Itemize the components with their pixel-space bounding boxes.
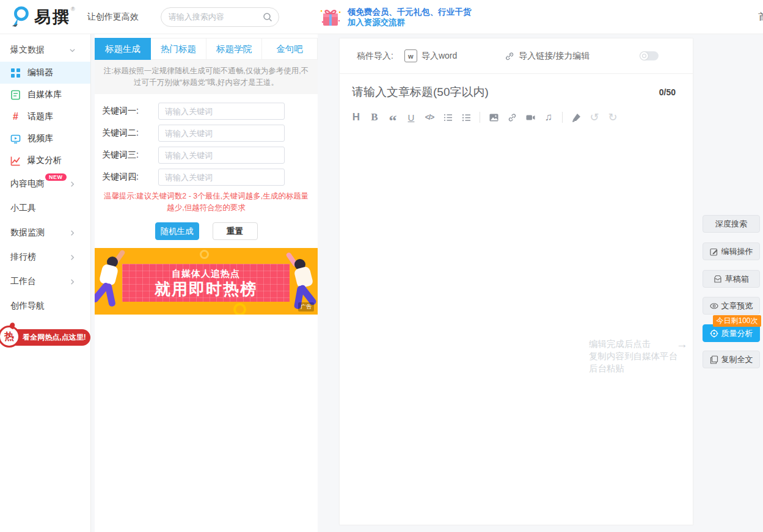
import-row: 稿件导入: w 导入word 导入链接/接力编辑: [340, 38, 693, 74]
undo-icon[interactable]: ↺: [585, 109, 604, 125]
editor-toggle-switch[interactable]: [640, 51, 659, 60]
keyword-input-4[interactable]: [158, 169, 285, 186]
logo-link[interactable]: 易撰 ®: [9, 5, 75, 29]
target-icon: [710, 329, 718, 338]
underline-icon[interactable]: U: [402, 109, 420, 125]
sidebar-item-video-library[interactable]: 视频库: [0, 128, 90, 150]
page: 易撰 ® 让创作更高效 领免费会员、千元礼包、行业干货 加入资: [0, 0, 763, 532]
quality-analysis-button[interactable]: 质量分析: [703, 324, 760, 342]
sidebar-item-editor[interactable]: 编辑器: [0, 62, 90, 84]
editor-content-area[interactable]: 编辑完成后点击 复制内容到自媒体平台 后台粘贴 →: [340, 134, 693, 525]
document-icon: [10, 90, 21, 100]
word-icon: w: [404, 49, 417, 62]
link-icon: [505, 51, 514, 61]
keyword-form: 关键词一: 关键词二: 关键词三: 关键词四:: [95, 94, 318, 186]
grid-icon: [10, 68, 21, 78]
promo-line2: 加入资源交流群: [348, 17, 472, 27]
sidebar-item-label: 话题库: [27, 111, 53, 122]
search-icon[interactable]: [263, 12, 272, 22]
keyword-row-2: 关键词二:: [102, 125, 318, 142]
header-search-box: [161, 7, 279, 27]
gift-icon: [319, 6, 341, 28]
keyword-row-1: 关键词一:: [102, 103, 318, 120]
tab-title-academy[interactable]: 标题学院: [206, 38, 262, 60]
sidebar-item-media-library[interactable]: 自媒体库: [0, 84, 90, 106]
eye-icon: [710, 302, 718, 310]
import-word-label: 导入word: [422, 51, 457, 62]
keyword-input-3[interactable]: [158, 147, 285, 164]
title-char-counter: 0/50: [659, 87, 676, 97]
import-link-button[interactable]: 导入链接/接力编辑: [505, 51, 590, 62]
draft-box-icon: [714, 275, 722, 283]
generator-buttons: 随机生成 重置: [95, 222, 318, 240]
hint-line3: 后台粘贴: [589, 362, 685, 374]
hint-arrow-icon: →: [676, 338, 688, 351]
sidebar-group-label: 爆文数据: [10, 45, 45, 56]
chevron-down-icon: [69, 47, 76, 54]
sidebar-item-topic-library[interactable]: # 话题库: [0, 106, 90, 128]
deep-search-button[interactable]: 深度搜索: [703, 215, 760, 233]
editor-card: 稿件导入: w 导入word 导入链接/接力编辑 0/50 H B “ U </…: [339, 38, 693, 525]
chevron-right-icon: [69, 181, 76, 188]
brand-registered-mark: ®: [71, 5, 75, 13]
tab-title-generate[interactable]: 标题生成: [95, 38, 151, 60]
sidebar-item-label: 爆文分析: [27, 155, 62, 166]
bold-icon[interactable]: B: [365, 109, 384, 125]
search-input[interactable]: [167, 12, 263, 22]
random-generate-button[interactable]: 随机生成: [155, 222, 199, 240]
tab-hot-titles[interactable]: 热门标题: [151, 38, 206, 60]
redo-icon[interactable]: ↻: [604, 109, 622, 125]
keyword-row-3: 关键词三:: [102, 147, 318, 164]
sidebar-item-content-ecommerce[interactable]: 内容电商 NEW: [0, 172, 90, 196]
toolbar-separator: [562, 112, 563, 123]
sidebar-item-rankings[interactable]: 排行榜: [0, 245, 90, 269]
heading-icon[interactable]: H: [347, 109, 365, 125]
keyword-input-2[interactable]: [158, 125, 285, 142]
tab-golden-sentences[interactable]: 金句吧: [262, 38, 318, 60]
drafts-button[interactable]: 草稿箱: [703, 270, 760, 288]
sidebar-item-label: 内容电商: [10, 178, 45, 189]
sidebar-item-label: 排行榜: [10, 252, 36, 263]
sidebar-item-data-monitor[interactable]: 数据监测: [0, 220, 90, 245]
promo-banner[interactable]: 领免费会员、千元礼包、行业干货 加入资源交流群: [319, 6, 472, 28]
edit-operations-label: 编辑操作: [721, 246, 753, 257]
format-brush-icon[interactable]: [567, 109, 585, 125]
unordered-list-icon[interactable]: [457, 109, 475, 125]
video-icon[interactable]: [521, 109, 539, 125]
ordered-list-icon[interactable]: [439, 109, 457, 125]
chevron-right-icon: [69, 230, 76, 236]
edit-operations-button[interactable]: 编辑操作: [703, 242, 760, 260]
sidebar-item-label: 创作导航: [10, 301, 45, 312]
sidebar-group-baowen-data[interactable]: 爆文数据: [0, 38, 90, 62]
reset-button[interactable]: 重置: [213, 222, 258, 240]
tagline: 让创作更高效: [87, 12, 139, 23]
article-title-input[interactable]: [351, 85, 652, 100]
image-icon[interactable]: [484, 109, 503, 125]
video-screen-icon: [10, 134, 21, 144]
hint-line2: 复制内容到自媒体平台: [589, 350, 685, 362]
import-word-button[interactable]: w 导入word: [404, 49, 457, 62]
quota-badge: 今日剩100次: [713, 315, 761, 327]
keyword-label-1: 关键词一:: [102, 106, 158, 117]
nav-home-link[interactable]: 首: [758, 11, 763, 23]
sidebar-item-baowen-analysis[interactable]: 爆文分析: [0, 150, 90, 172]
hot-shortcut-label: 看全网热点,点这里!: [9, 329, 90, 346]
blockquote-icon[interactable]: “: [384, 106, 402, 129]
keyword-input-1[interactable]: [158, 103, 285, 120]
hot-spots-shortcut[interactable]: 热 看全网热点,点这里!: [0, 326, 93, 350]
sidebar-item-workbench[interactable]: 工作台: [0, 269, 90, 294]
sidebar-item-creation-nav[interactable]: 创作导航: [0, 294, 90, 318]
sidebar-item-tools[interactable]: 小工具: [0, 196, 90, 220]
generator-note: 注:标题按照一定规律随机生成可能不通畅,仅做为参考使用,不过可千万别做“标题党”…: [95, 60, 318, 94]
ad-banner[interactable]: 自媒体人追热点 就用即时热榜 广告: [95, 248, 318, 315]
sidebar-item-label: 工作台: [10, 276, 36, 287]
music-icon[interactable]: ♫: [539, 109, 558, 125]
hyperlink-icon[interactable]: [503, 109, 521, 125]
sidebar-item-label: 编辑器: [27, 67, 53, 78]
keyword-label-2: 关键词二:: [102, 128, 158, 139]
hash-icon: #: [10, 112, 21, 122]
copy-all-button[interactable]: 复制全文: [703, 351, 760, 368]
article-preview-button[interactable]: 文章预览: [703, 297, 760, 315]
article-title-row: 0/50: [340, 74, 693, 103]
code-icon[interactable]: </>: [420, 109, 439, 125]
